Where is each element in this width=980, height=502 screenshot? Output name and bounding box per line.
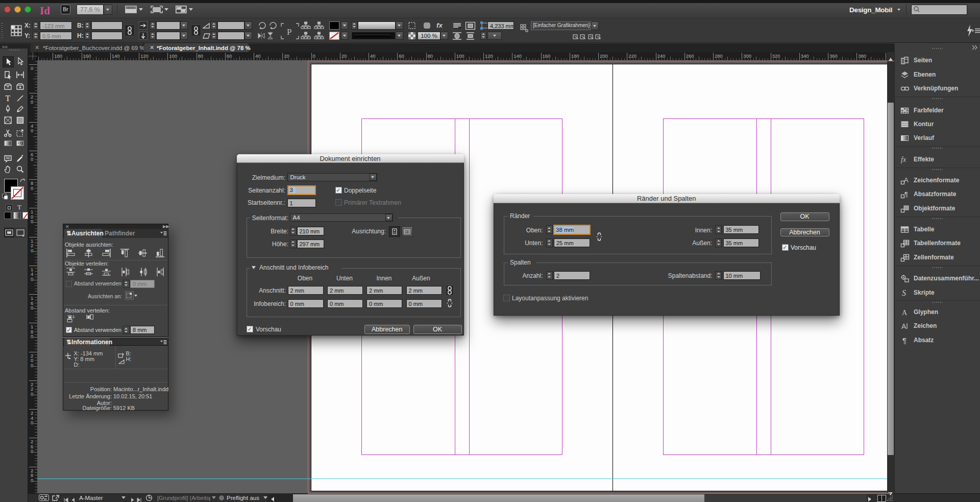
svg-text:60: 60 [399, 53, 404, 59]
svg-text:160: 160 [543, 53, 551, 59]
svg-text:280: 280 [715, 53, 723, 59]
svg-text:0: 0 [31, 448, 33, 454]
svg-text:80: 80 [428, 53, 433, 59]
svg-text:40: 40 [370, 53, 376, 59]
svg-text:0: 0 [31, 99, 33, 104]
svg-text:120: 120 [140, 53, 149, 59]
svg-text:240: 240 [657, 53, 666, 59]
svg-text:20: 20 [284, 53, 289, 59]
svg-text:360: 360 [829, 53, 838, 59]
svg-text:140: 140 [112, 53, 120, 59]
svg-text:0: 0 [31, 333, 33, 339]
svg-text:40: 40 [255, 53, 261, 59]
svg-text:20: 20 [341, 53, 347, 59]
svg-text:100: 100 [456, 53, 464, 59]
svg-text:0: 0 [31, 391, 33, 396]
svg-text:0: 0 [313, 53, 315, 59]
svg-text:0: 0 [31, 128, 33, 133]
svg-text:180: 180 [571, 53, 579, 59]
svg-text:260: 260 [686, 53, 694, 59]
svg-text:T: T [6, 94, 11, 103]
svg-text:0: 0 [31, 362, 33, 368]
svg-text:80: 80 [198, 53, 204, 59]
svg-text:180: 180 [54, 53, 62, 59]
svg-text:120: 120 [485, 53, 493, 59]
svg-text:A: A [904, 176, 909, 184]
svg-text:P: P [287, 27, 291, 37]
svg-text:100: 100 [169, 53, 177, 59]
svg-text:0: 0 [31, 65, 33, 71]
svg-text:320: 320 [772, 53, 780, 59]
svg-text:380: 380 [858, 53, 866, 59]
svg-text:220: 220 [628, 53, 636, 59]
svg-text:300: 300 [743, 53, 751, 59]
svg-text:0: 0 [31, 305, 33, 310]
svg-text:¶: ¶ [902, 336, 906, 345]
svg-text:¶: ¶ [904, 190, 908, 198]
svg-text:S: S [902, 289, 906, 297]
svg-text:0: 0 [31, 219, 33, 224]
svg-text:0: 0 [31, 477, 33, 483]
svg-text:0: 0 [31, 420, 33, 425]
svg-text:340: 340 [801, 53, 809, 59]
svg-text:160: 160 [83, 53, 91, 59]
svg-text:fx: fx [901, 156, 906, 163]
svg-text:60: 60 [227, 53, 232, 59]
svg-text:A: A [902, 308, 908, 316]
svg-text:0: 0 [31, 156, 33, 162]
svg-text:A: A [901, 322, 906, 330]
svg-text:140: 140 [513, 53, 522, 59]
svg-text:0: 0 [31, 276, 33, 281]
svg-text:0: 0 [31, 185, 33, 190]
svg-text:0: 0 [31, 247, 33, 253]
svg-text:200: 200 [600, 53, 608, 59]
